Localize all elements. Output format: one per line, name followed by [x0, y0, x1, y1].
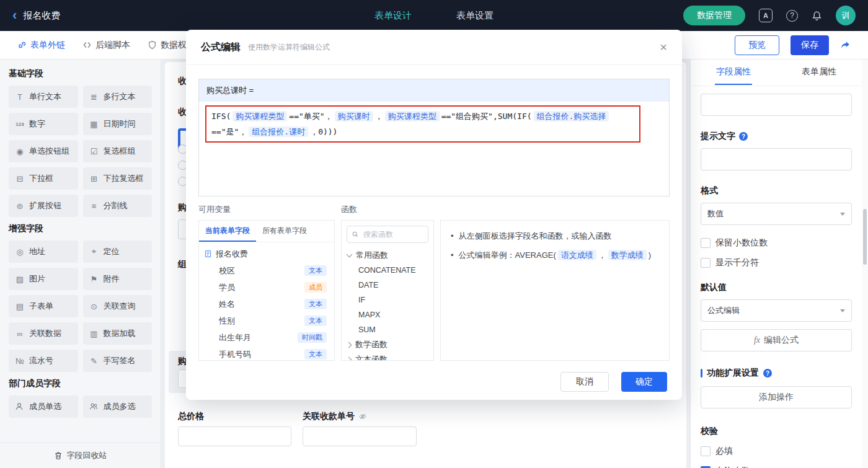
radio-icon: ◉: [15, 147, 25, 156]
field-item-address[interactable]: ◎地址: [9, 241, 78, 263]
formula-edit-modal: 公式编辑 使用数学运算符编辑公式 × 购买总课时 = IFS(购买课程类型=="…: [186, 30, 682, 400]
field-item-signature[interactable]: ✎手写签名: [83, 350, 153, 372]
variable-row-birth[interactable]: 出生年月时间戳: [204, 329, 329, 346]
function-item-date[interactable]: DATE: [342, 278, 433, 293]
chevron-down-icon: [840, 213, 845, 216]
checkbox-required[interactable]: 必填: [701, 446, 852, 457]
hint-text-input[interactable]: [701, 148, 852, 170]
tree-root-label: 报名收费: [216, 249, 248, 260]
data-manage-button[interactable]: 数据管理: [683, 6, 745, 25]
canvas-label-fragment: 收: [178, 76, 187, 87]
variable-row-name[interactable]: 姓名文本: [204, 296, 329, 312]
tab-all-form-fields[interactable]: 所有表单字段: [256, 221, 313, 242]
cancel-button[interactable]: 取消: [560, 372, 609, 392]
field-title-input[interactable]: [701, 94, 852, 116]
field-item-linked-query[interactable]: ⊙关联查询: [83, 295, 153, 317]
formula-input-area[interactable]: IFS(购买课程类型=="单买"，购买课时，购买课程类型=="组合购买",SUM…: [199, 102, 669, 146]
tab-current-form-fields[interactable]: 当前表单字段: [199, 221, 256, 242]
bell-icon[interactable]: [812, 11, 822, 21]
example-field-chip: 语文成绩: [558, 250, 596, 260]
formula-field-chip[interactable]: 购买课时: [335, 111, 373, 121]
toolbar-item-form-link[interactable]: 表单外链: [17, 40, 65, 51]
field-item-subform[interactable]: ▤子表单: [9, 295, 78, 317]
field-item-dropdown-multi[interactable]: ⊞下拉复选框: [83, 167, 153, 190]
field-item-data-load[interactable]: ▥数据加载: [83, 322, 153, 345]
field-item-datetime[interactable]: ▦日期时间: [83, 113, 153, 135]
field-item-member-single[interactable]: 成员单选: [9, 395, 78, 418]
field-item-divider[interactable]: ≡分割线: [83, 195, 153, 217]
variable-row-campus[interactable]: 校区文本: [204, 262, 329, 279]
field-item-location[interactable]: ⌖定位: [83, 241, 153, 263]
translate-icon[interactable]: A: [759, 9, 773, 22]
field-item-radio-group[interactable]: ◉单选按钮组: [9, 140, 78, 162]
function-search-box[interactable]: [347, 226, 428, 243]
total-price-input[interactable]: [178, 426, 291, 446]
canvas-label-fragment: 购: [178, 202, 187, 213]
add-action-button[interactable]: 添加操作: [701, 386, 852, 408]
field-label: 关联数据: [29, 328, 61, 339]
question-icon[interactable]: ?: [763, 369, 772, 377]
field-item-single-line-text[interactable]: T单行文本: [9, 86, 78, 108]
formula-field-chip[interactable]: 购买课程类型: [385, 111, 440, 121]
function-group-common[interactable]: 常用函数: [342, 248, 433, 263]
function-item-if[interactable]: IF: [342, 293, 433, 307]
field-item-checkbox-group[interactable]: ☑复选框组: [83, 140, 153, 162]
save-button[interactable]: 保存: [790, 35, 829, 55]
variable-row-gender[interactable]: 性别文本: [204, 312, 329, 329]
tab-form-settings[interactable]: 表单设置: [456, 10, 494, 22]
checkbox-thousand-separator[interactable]: 显示千分符: [701, 257, 852, 268]
function-search-input[interactable]: [362, 229, 423, 239]
format-select[interactable]: 数值: [701, 203, 852, 225]
toolbar-item-data-permission[interactable]: 数据权: [148, 40, 187, 51]
help-icon[interactable]: ?: [786, 10, 798, 22]
field-item-dropdown[interactable]: ⊟下拉框: [9, 167, 78, 190]
formula-text: ，: [375, 112, 383, 121]
function-group-text[interactable]: 文本函数: [342, 352, 433, 361]
share-icon[interactable]: [840, 40, 851, 50]
preview-button[interactable]: 预览: [735, 35, 779, 55]
tree-root-form[interactable]: 报名收费: [204, 245, 329, 262]
formula-field-chip[interactable]: 组合报价.购买选择: [534, 111, 609, 121]
field-item-linked-data[interactable]: ∞关联数据: [9, 322, 78, 345]
checkbox-allow-decimal[interactable]: ✓ 允许小数: [701, 466, 852, 468]
payment-no-input[interactable]: [303, 426, 417, 446]
field-label: 多行文本: [104, 91, 136, 102]
field-item-attachment[interactable]: ⚑附件: [83, 268, 153, 290]
tab-field-properties[interactable]: 字段属性: [691, 60, 776, 86]
variable-name: 性别: [219, 316, 235, 327]
field-item-serial-number[interactable]: №流水号: [9, 350, 78, 372]
function-item-sum[interactable]: SUM: [342, 322, 433, 337]
edit-formula-button[interactable]: fx 编辑公式: [701, 329, 852, 351]
field-label: 下拉复选框: [104, 173, 144, 184]
field-label: 数据加载: [104, 328, 136, 339]
default-value-select[interactable]: 公式编辑: [701, 299, 852, 322]
field-item-number[interactable]: 123数字: [9, 113, 78, 135]
field-item-extend-button[interactable]: ⊜扩展按钮: [9, 195, 78, 217]
variable-row-student[interactable]: 学员成员: [204, 279, 329, 296]
function-item-mapx[interactable]: MAPX: [342, 307, 433, 322]
question-icon[interactable]: ?: [739, 132, 748, 141]
back-icon[interactable]: ‹: [12, 9, 17, 22]
function-group-label: 数学函数: [355, 339, 388, 350]
formula-field-chip[interactable]: 购买课程类型: [232, 111, 287, 121]
toolbar-item-backend-script[interactable]: 后端脚本: [82, 40, 130, 51]
tab-form-properties[interactable]: 表单属性: [776, 60, 862, 86]
function-item-concatenate[interactable]: CONCATENATE: [342, 263, 433, 278]
close-icon[interactable]: ×: [660, 41, 667, 53]
user-avatar[interactable]: 训: [836, 6, 856, 25]
field-item-member-multi[interactable]: 成员多选: [83, 395, 153, 418]
function-group-math[interactable]: 数学函数: [342, 337, 433, 352]
variable-row-phone[interactable]: 手机号码文本: [204, 346, 329, 361]
field-item-multi-line-text[interactable]: ≣多行文本: [83, 86, 153, 108]
formula-field-chip[interactable]: 组合报价.课时: [249, 126, 308, 137]
chevron-down-icon: [840, 309, 845, 312]
tab-form-design[interactable]: 表单设计: [374, 10, 412, 22]
field-item-image[interactable]: ▨图片: [9, 268, 78, 290]
field-recycle-bin[interactable]: 字段回收站: [0, 443, 161, 468]
modal-subtitle: 使用数学运算符编辑公式: [248, 42, 330, 53]
checkbox-keep-decimals[interactable]: 保留小数位数: [701, 237, 852, 249]
confirm-button[interactable]: 确定: [621, 372, 667, 392]
page-scrollbar[interactable]: [862, 60, 868, 468]
field-label: 定位: [104, 246, 120, 257]
scrollbar-thumb[interactable]: [863, 209, 867, 265]
